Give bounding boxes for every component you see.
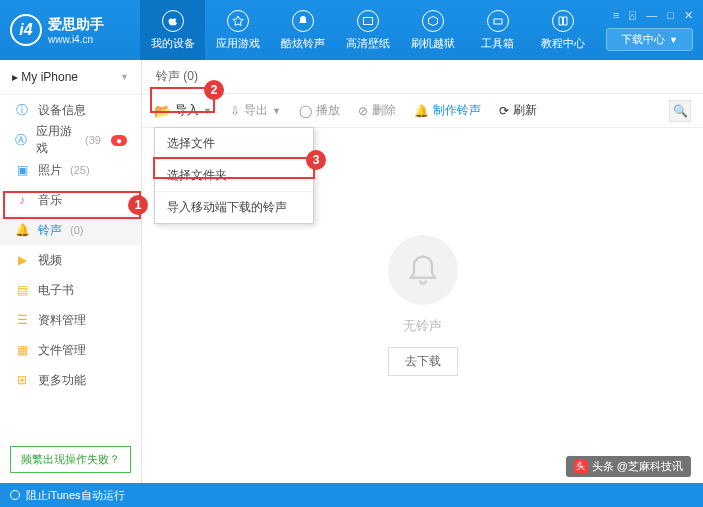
logo-icon: i4: [10, 14, 42, 46]
maximize-icon[interactable]: □: [667, 9, 674, 22]
play-button[interactable]: ◯播放: [299, 102, 340, 119]
sidebar-item-data[interactable]: ☰资料管理: [0, 305, 141, 335]
sidebar-item-files[interactable]: ▦文件管理: [0, 335, 141, 365]
apple-icon: [162, 10, 184, 32]
nav-my-device[interactable]: 我的设备: [140, 0, 205, 60]
nav-flash[interactable]: 刷机越狱: [400, 0, 465, 60]
file-icon: ▦: [14, 342, 30, 358]
annotation-callout-1: 1: [128, 195, 148, 215]
nav-apps[interactable]: 应用游戏: [205, 0, 270, 60]
statusbar: 阻止iTunes自动运行: [0, 483, 703, 507]
book-icon: ▤: [14, 282, 30, 298]
delete-button[interactable]: ⊘删除: [358, 102, 396, 119]
import-button[interactable]: 📂 导入 ▼: [154, 102, 212, 119]
header: i4 爱思助手 www.i4.cn 我的设备 应用游戏 酷炫铃声 高清壁纸 刷机…: [0, 0, 703, 60]
toolbar: 📂 导入 ▼ ⇩导出▼ ◯播放 ⊘删除 🔔制作铃声 ⟳刷新 🔍 选择文件 选择文…: [142, 94, 703, 128]
make-ringtone-button[interactable]: 🔔制作铃声: [414, 102, 481, 119]
nav-wallpapers[interactable]: 高清壁纸: [335, 0, 400, 60]
book-icon: [552, 10, 574, 32]
dropdown-select-folder[interactable]: 选择文件夹: [155, 160, 313, 192]
sidebar-item-ebooks[interactable]: ▤电子书: [0, 275, 141, 305]
logo: i4 爱思助手 www.i4.cn: [10, 14, 140, 46]
itunes-block-toggle[interactable]: 阻止iTunes自动运行: [26, 488, 125, 503]
search-icon: 🔍: [673, 104, 688, 118]
photo-icon: ▣: [14, 162, 30, 178]
watermark: 头 头条 @芝麻科技讯: [566, 456, 691, 477]
play-icon: ◯: [299, 104, 312, 118]
window-controls: ≡ ⍓ — □ ✕: [613, 9, 693, 22]
sidebar-item-apps[interactable]: Ⓐ应用游戏(39●: [0, 125, 141, 155]
download-center-button[interactable]: 下载中心 ▼: [606, 28, 693, 51]
status-icon: [10, 490, 20, 500]
folder-icon: 📂: [154, 103, 171, 119]
nav-tutorials[interactable]: 教程中心: [530, 0, 595, 60]
toutiao-icon: 头: [574, 460, 588, 474]
box-icon: [422, 10, 444, 32]
bell-icon: 🔔: [414, 104, 429, 118]
annotation-callout-3: 3: [306, 150, 326, 170]
toolbox-icon: [487, 10, 509, 32]
main-panel: 铃声 (0) 📂 导入 ▼ ⇩导出▼ ◯播放 ⊘删除 🔔制作铃声 ⟳刷新 🔍 选…: [142, 60, 703, 483]
refresh-icon: ⟳: [499, 104, 509, 118]
nav-toolbox[interactable]: 工具箱: [465, 0, 530, 60]
app-icon: Ⓐ: [14, 132, 28, 148]
annotation-callout-2: 2: [204, 80, 224, 100]
dropdown-import-mobile[interactable]: 导入移动端下载的铃声: [155, 192, 313, 223]
minimize-icon[interactable]: —: [646, 9, 657, 22]
import-dropdown: 选择文件 选择文件夹 导入移动端下载的铃声: [154, 127, 314, 224]
chevron-down-icon: ▼: [272, 106, 281, 116]
sidebar-item-ringtones[interactable]: 🔔铃声 (0): [0, 215, 141, 245]
go-download-button[interactable]: 去下载: [388, 347, 458, 376]
music-icon: ♪: [14, 192, 30, 208]
dropdown-select-file[interactable]: 选择文件: [155, 128, 313, 160]
refresh-button[interactable]: ⟳刷新: [499, 102, 537, 119]
close-icon[interactable]: ✕: [684, 9, 693, 22]
empty-text: 无铃声: [403, 317, 442, 335]
chevron-down-icon: ▼: [669, 35, 678, 45]
data-icon: ☰: [14, 312, 30, 328]
delete-icon: ⊘: [358, 104, 368, 118]
info-icon: ⓘ: [14, 102, 30, 118]
appstore-icon: [227, 10, 249, 32]
more-icon: ⊞: [14, 372, 30, 388]
export-button[interactable]: ⇩导出▼: [230, 102, 281, 119]
lock-icon[interactable]: ⍓: [629, 9, 636, 22]
top-nav: 我的设备 应用游戏 酷炫铃声 高清壁纸 刷机越狱 工具箱 教程中心: [140, 0, 606, 60]
bell-icon: [292, 10, 314, 32]
sidebar-item-device-info[interactable]: ⓘ设备信息: [0, 95, 141, 125]
brand-name: 爱思助手: [48, 16, 104, 34]
help-button[interactable]: 频繁出现操作失败？: [10, 446, 131, 473]
sidebar-item-videos[interactable]: ▶视频: [0, 245, 141, 275]
video-icon: ▶: [14, 252, 30, 268]
update-badge: ●: [111, 135, 127, 146]
empty-bell-icon: [388, 235, 458, 305]
image-icon: [357, 10, 379, 32]
menu-icon[interactable]: ≡: [613, 9, 619, 22]
breadcrumb: 铃声 (0): [142, 60, 703, 94]
bell-icon: 🔔: [14, 222, 30, 238]
brand-url: www.i4.cn: [48, 34, 104, 45]
svg-rect-0: [363, 17, 372, 24]
nav-ringtones[interactable]: 酷炫铃声: [270, 0, 335, 60]
sidebar-item-photos[interactable]: ▣照片 (25): [0, 155, 141, 185]
chevron-down-icon: ▼: [120, 72, 129, 82]
export-icon: ⇩: [230, 104, 240, 118]
sidebar-item-more[interactable]: ⊞更多功能: [0, 365, 141, 395]
sidebar: ▸ My iPhone ▼ ⓘ设备信息 Ⓐ应用游戏(39● ▣照片 (25) ♪…: [0, 60, 142, 483]
device-selector[interactable]: ▸ My iPhone ▼: [0, 60, 141, 95]
chevron-down-icon: ▼: [203, 106, 212, 116]
search-button[interactable]: 🔍: [669, 100, 691, 122]
svg-rect-1: [494, 19, 502, 24]
sidebar-item-music[interactable]: ♪音乐: [0, 185, 141, 215]
